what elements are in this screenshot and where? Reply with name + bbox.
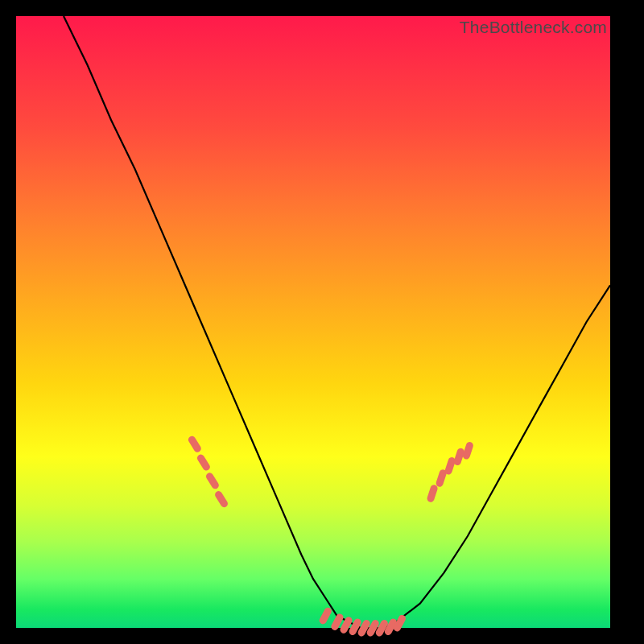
marker-capsule xyxy=(196,453,211,472)
marker-capsule xyxy=(213,489,229,508)
chart-frame: TheBottleneck.com xyxy=(16,16,628,628)
marker-group-left xyxy=(187,435,229,509)
marker-capsule xyxy=(318,606,332,625)
gradient-plot-area: TheBottleneck.com xyxy=(16,16,610,628)
marker-capsule xyxy=(187,435,202,453)
bottleneck-curve-path xyxy=(64,16,610,628)
marker-group-floor xyxy=(318,606,407,638)
curve-layer xyxy=(16,16,610,628)
marker-capsule xyxy=(426,484,438,503)
marker-capsule xyxy=(204,472,220,490)
marker-group-right xyxy=(426,441,474,503)
